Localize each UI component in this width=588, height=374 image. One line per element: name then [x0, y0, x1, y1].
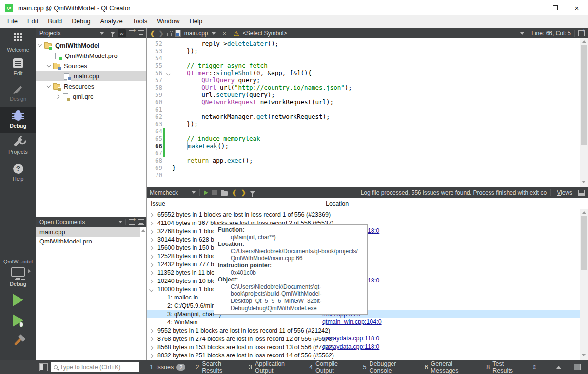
split-panel-icon[interactable] — [129, 219, 135, 225]
output-pane-issues[interactable]: 1Issues2 — [150, 364, 185, 371]
code-fold-icon[interactable] — [166, 72, 170, 75]
code-editor[interactable]: 52 reply->deleteLater(); 53 }); 54 55 //… — [147, 38, 588, 187]
run-debug-button[interactable] — [13, 314, 23, 327]
expander-collapsed-icon[interactable] — [149, 262, 153, 266]
line-number[interactable]: 68 — [147, 157, 162, 164]
filter-icon[interactable] — [110, 32, 115, 35]
tree-item-sources[interactable]: Sources — [36, 61, 146, 71]
issue-row[interactable]: 9552 bytes in 1 blocks are lost in loss … — [147, 326, 588, 335]
output-pane-general-messages[interactable]: 6General Messages — [425, 360, 476, 374]
location-link[interactable]: qtmain_win.cpp:104:0 — [322, 318, 382, 325]
locator-input[interactable]: Type to locate (Ctrl+K) — [51, 362, 139, 372]
close-document-icon[interactable]: × — [223, 30, 227, 37]
expander-collapsed-icon[interactable] — [149, 279, 153, 283]
issues-scrollbar[interactable] — [580, 209, 588, 360]
output-pane-compile-output[interactable]: 4Compile Output — [309, 360, 353, 374]
close-button[interactable]: × — [566, 1, 588, 15]
menu-build[interactable]: Build — [43, 15, 67, 28]
stop-icon[interactable] — [212, 190, 217, 195]
menu-window[interactable]: Window — [152, 15, 184, 28]
expander-expanded-icon[interactable] — [149, 287, 153, 291]
symbol-selector[interactable]: <Select Symbol> — [243, 30, 287, 37]
location-link[interactable]: qarraydata.cpp:118:0 — [322, 335, 379, 342]
toggle-sidebar-icon[interactable] — [39, 363, 48, 371]
output-pane-icon[interactable] — [574, 364, 581, 370]
expander-expanded-icon[interactable] — [38, 43, 42, 47]
mode-help[interactable]: ? Help — [0, 159, 36, 186]
start-analysis-icon[interactable] — [204, 190, 208, 195]
output-pane-stepper-icon[interactable]: ⇕ — [532, 364, 537, 371]
maximize-button[interactable] — [545, 1, 566, 15]
tree-item-qmlwithmodel.pro[interactable]: QmlWithModel.pro — [36, 51, 146, 61]
file-dropdown-icon[interactable] — [212, 32, 216, 35]
expander-collapsed-icon[interactable] — [149, 345, 153, 349]
open-documents-scrollbar[interactable] — [140, 227, 146, 361]
open-file-name[interactable]: main.cpp — [184, 30, 208, 37]
mode-debug[interactable]: Debug — [0, 107, 36, 133]
menu-help[interactable]: Help — [184, 15, 207, 28]
minimize-button[interactable] — [523, 1, 545, 15]
expander-collapsed-icon[interactable] — [149, 246, 153, 250]
views-button[interactable]: Views — [555, 189, 574, 196]
open-document-qmlwithmodel.pro[interactable]: QmlWithModel.pro — [36, 237, 146, 246]
expander-collapsed-icon[interactable] — [149, 337, 153, 341]
expander-collapsed-icon[interactable] — [149, 254, 153, 258]
line-number[interactable]: 52 — [147, 40, 162, 47]
mode-design[interactable]: Design — [0, 80, 36, 107]
line-number[interactable]: 64 — [147, 128, 162, 135]
line-number[interactable]: 55 — [147, 62, 162, 69]
menu-debug[interactable]: Debug — [67, 15, 95, 28]
menu-analyze[interactable]: Analyze — [96, 15, 128, 28]
issue-row[interactable]: 8768 bytes in 274 blocks are lost in los… — [147, 335, 588, 343]
line-number[interactable]: 70 — [147, 171, 162, 179]
issue-row[interactable]: 4: WinMainqtmain_win.cpp:104:0 — [147, 318, 588, 326]
output-pane-debugger-console[interactable]: 5Debugger Console — [363, 360, 414, 374]
issue-row[interactable]: 8568 bytes in 153 blocks are lost in los… — [147, 343, 588, 351]
close-panel-icon[interactable] — [138, 219, 144, 225]
line-number[interactable]: 62 — [147, 113, 162, 120]
line-number[interactable]: 54 — [147, 55, 162, 62]
run-button[interactable] — [13, 294, 23, 306]
output-pane-test-results[interactable]: 8Test Results — [486, 360, 522, 374]
sync-with-editor-icon[interactable]: ∞ — [118, 29, 126, 37]
expander-collapsed-icon[interactable] — [149, 238, 153, 242]
output-pane-search-results[interactable]: 2Search Results — [196, 360, 238, 374]
line-number[interactable]: 63 — [147, 120, 162, 128]
projects-panel-title[interactable]: Projects — [39, 30, 97, 37]
build-button[interactable] — [14, 337, 22, 346]
mode-edit[interactable]: Edit — [0, 54, 36, 80]
mode-welcome[interactable]: Welcome — [0, 28, 36, 54]
issue-row[interactable]: 65552 bytes in 1 blocks are lost in loss… — [147, 210, 588, 219]
menu-edit[interactable]: Edit — [22, 15, 43, 28]
expander-collapsed-icon[interactable] — [149, 213, 153, 217]
editor-scrollbar[interactable] — [580, 38, 588, 187]
expander-expanded-icon[interactable] — [47, 63, 51, 67]
issue-column-header[interactable]: Issue — [147, 198, 322, 209]
line-number[interactable]: 65 — [147, 135, 162, 142]
tree-item-qml.qrc[interactable]: qml.qrc — [36, 92, 146, 102]
close-panel-icon[interactable] — [138, 30, 144, 36]
maximize-output-pane-icon[interactable] — [556, 366, 561, 369]
expander-expanded-icon[interactable] — [47, 84, 51, 88]
split-panel-icon[interactable] — [129, 30, 135, 36]
expander-collapsed-icon[interactable] — [149, 271, 153, 275]
line-number[interactable]: 66 — [147, 142, 162, 150]
go-back-icon[interactable]: ❮ — [150, 30, 155, 37]
line-number[interactable]: 58 — [147, 84, 162, 91]
line-number[interactable]: 57 — [147, 76, 162, 84]
line-number[interactable]: 53 — [147, 47, 162, 55]
mode-projects[interactable]: Projects — [0, 133, 36, 159]
output-pane-application-output[interactable]: 3Application Output — [249, 360, 299, 374]
tree-item-resources[interactable]: Resources — [36, 81, 146, 92]
prev-issue-icon[interactable]: ❮ — [232, 189, 237, 196]
location-column-header[interactable]: Location — [322, 200, 588, 207]
open-document-main.cpp[interactable]: main.cpp — [36, 227, 146, 237]
analyzer-tool-name[interactable]: Memcheck — [150, 189, 188, 196]
tree-item-qmlwithmodel[interactable]: QmlWithModel — [36, 40, 146, 51]
panel-dropdown-icon[interactable] — [118, 221, 122, 223]
location-link[interactable]: qarraydata.cpp:118:0 — [322, 343, 379, 350]
panel-menu-icon[interactable] — [578, 190, 585, 196]
next-issue-icon[interactable]: ❯ — [241, 189, 246, 196]
editor-dropdown-icon[interactable] — [520, 32, 524, 35]
panel-dropdown-icon[interactable] — [100, 32, 104, 35]
